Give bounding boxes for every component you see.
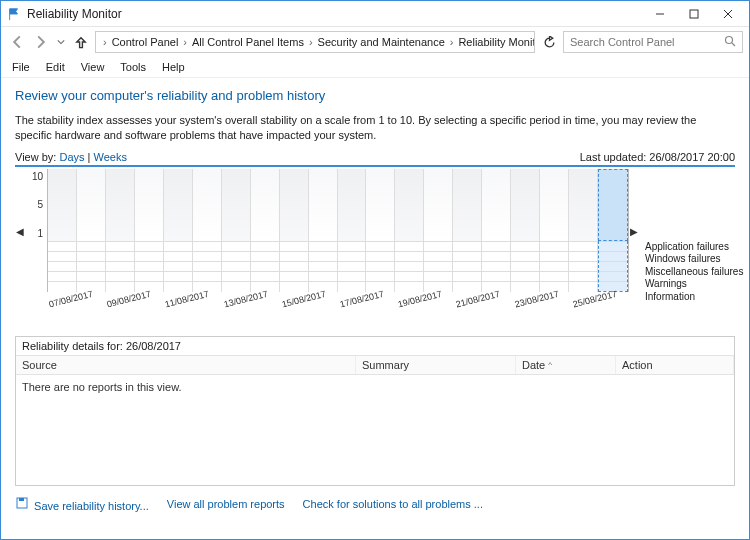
save-icon (15, 496, 29, 510)
chart-day-column[interactable] (48, 169, 77, 241)
back-button[interactable] (7, 32, 27, 52)
chart-day-column[interactable] (540, 169, 569, 241)
event-day-column[interactable] (453, 241, 482, 292)
minimize-button[interactable] (643, 3, 677, 25)
view-row: View by: Days | Weeks Last updated: 26/0… (15, 151, 735, 163)
chart-day-column[interactable] (77, 169, 106, 241)
col-source[interactable]: Source (16, 356, 356, 374)
refresh-button[interactable] (539, 32, 559, 52)
col-date[interactable]: Date^ (516, 356, 616, 374)
view-all-link[interactable]: View all problem reports (167, 498, 285, 510)
chart-day-column[interactable] (482, 169, 511, 241)
event-day-column[interactable] (106, 241, 135, 292)
col-summary[interactable]: Summary (356, 356, 516, 374)
content: Review your computer's reliability and p… (1, 78, 749, 320)
close-button[interactable] (711, 3, 745, 25)
recent-dropdown[interactable] (55, 32, 67, 52)
search-input[interactable] (570, 36, 720, 48)
chart-day-column[interactable] (366, 169, 395, 241)
chart-day-column[interactable] (280, 169, 309, 241)
chevron-right-icon[interactable]: › (182, 36, 188, 48)
details-body: There are no reports in this view. (16, 375, 734, 485)
event-day-column[interactable] (48, 241, 77, 292)
chart-day-column[interactable] (251, 169, 280, 241)
search-box[interactable] (563, 31, 743, 53)
menu-edit[interactable]: Edit (39, 59, 72, 75)
check-solutions-link[interactable]: Check for solutions to all problems ... (303, 498, 483, 510)
event-grid[interactable] (47, 241, 629, 292)
nav-bar: › Control Panel › All Control Panel Item… (1, 27, 749, 57)
chart-day-column[interactable] (135, 169, 164, 241)
chart-day-column[interactable] (164, 169, 193, 241)
chart-day-column[interactable] (193, 169, 222, 241)
up-button[interactable] (71, 32, 91, 52)
title-bar: Reliability Monitor (1, 1, 749, 27)
svg-rect-1 (690, 10, 698, 18)
event-day-column[interactable] (164, 241, 193, 292)
event-day-column[interactable] (338, 241, 367, 292)
chart-day-column[interactable] (222, 169, 251, 241)
chart-day-column[interactable] (424, 169, 453, 241)
menu-view[interactable]: View (74, 59, 112, 75)
chart-day-column[interactable] (511, 169, 540, 241)
last-updated: Last updated: 26/08/2017 20:00 (580, 151, 735, 163)
address-bar[interactable]: › Control Panel › All Control Panel Item… (95, 31, 535, 53)
col-action[interactable]: Action (616, 356, 734, 374)
footer-links: Save reliability history... View all pro… (1, 490, 749, 518)
view-by-label: View by: (15, 151, 56, 163)
breadcrumb[interactable]: Security and Maintenance (316, 36, 447, 48)
menu-file[interactable]: File (5, 59, 37, 75)
chart-day-column[interactable] (309, 169, 338, 241)
breadcrumb[interactable]: Control Panel (110, 36, 181, 48)
flag-icon (7, 7, 21, 21)
scroll-right-button[interactable]: ▶ (629, 169, 639, 294)
chart-day-column[interactable] (569, 169, 598, 241)
view-weeks-link[interactable]: Weeks (93, 151, 126, 163)
svg-rect-7 (19, 498, 24, 501)
chart-columns[interactable] (47, 169, 629, 241)
maximize-button[interactable] (677, 3, 711, 25)
chart-day-column[interactable] (338, 169, 367, 241)
event-day-column[interactable] (395, 241, 424, 292)
scroll-left-button[interactable]: ◀ (15, 169, 25, 294)
chevron-right-icon[interactable]: › (449, 36, 455, 48)
menu-help[interactable]: Help (155, 59, 192, 75)
event-day-column[interactable] (569, 241, 598, 292)
breadcrumb[interactable]: All Control Panel Items (190, 36, 306, 48)
date-axis: 07/08/201709/08/201711/08/201713/08/2017… (47, 294, 629, 316)
page-heading: Review your computer's reliability and p… (15, 88, 735, 103)
search-icon[interactable] (724, 35, 736, 49)
event-legend: Application failures Windows failures Mi… (639, 169, 735, 304)
y-axis-labels: 10 5 1 (25, 169, 47, 241)
forward-button[interactable] (31, 32, 51, 52)
svg-point-4 (726, 37, 733, 44)
chart-day-column[interactable] (598, 169, 628, 241)
details-header: Source Summary Date^ Action (16, 355, 734, 375)
chevron-right-icon[interactable]: › (102, 36, 108, 48)
chart-day-column[interactable] (453, 169, 482, 241)
reliability-chart: ◀ 10 5 1 07/08/201709/08/201711/08/20171… (15, 165, 735, 316)
page-description: The stability index assesses your system… (15, 113, 735, 143)
event-day-column[interactable] (511, 241, 540, 292)
details-panel: Reliability details for: 26/08/2017 Sour… (15, 336, 735, 486)
chart-day-column[interactable] (395, 169, 424, 241)
sort-caret-icon: ^ (548, 360, 552, 369)
details-title: Reliability details for: 26/08/2017 (16, 337, 734, 352)
event-day-column[interactable] (222, 241, 251, 292)
event-day-column[interactable] (280, 241, 309, 292)
save-history-link[interactable]: Save reliability history... (15, 496, 149, 512)
menu-tools[interactable]: Tools (113, 59, 153, 75)
window-title: Reliability Monitor (27, 7, 643, 21)
chart-day-column[interactable] (106, 169, 135, 241)
chevron-right-icon[interactable]: › (308, 36, 314, 48)
breadcrumb[interactable]: Reliability Monitor (456, 36, 535, 48)
svg-line-5 (732, 43, 735, 46)
view-days-link[interactable]: Days (59, 151, 84, 163)
menu-bar: File Edit View Tools Help (1, 57, 749, 78)
